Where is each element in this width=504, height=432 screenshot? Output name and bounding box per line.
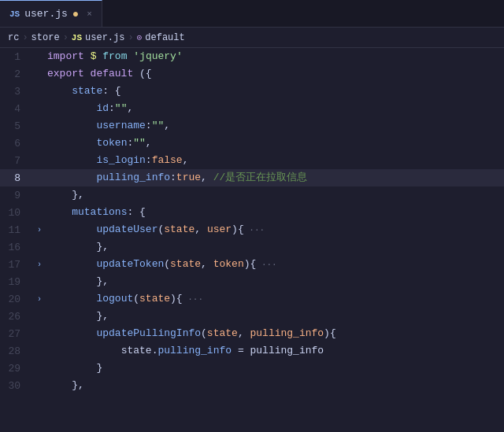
line-1: 1 import $ from 'jquery' — [0, 48, 504, 65]
line-number-20: 20 — [0, 294, 33, 305]
line-number-5: 5 — [0, 120, 33, 132]
line-number-11: 11 — [0, 224, 33, 236]
line-number-9: 9 — [0, 190, 33, 201]
line-9: 9 }, — [0, 186, 504, 204]
gutter-11[interactable]: › — [33, 226, 46, 234]
line-content-11: updateUser(state, user){ ··· — [46, 221, 504, 238]
breadcrumb: rc › store › JS user.js › ⊙ default — [0, 28, 504, 48]
line-content-9: }, — [46, 186, 504, 204]
line-number-29: 29 — [0, 363, 33, 375]
tab-close-button[interactable]: × — [87, 9, 92, 19]
gutter-17[interactable]: › — [33, 260, 46, 269]
line-number-26: 26 — [0, 311, 33, 323]
line-19: 19 }, — [0, 273, 504, 290]
line-content-30: }, — [46, 377, 504, 394]
line-content-5: username:"", — [46, 117, 504, 135]
line-number-2: 2 — [0, 68, 33, 80]
line-30: 30 }, — [0, 377, 504, 394]
breadcrumb-sep2: › — [63, 32, 69, 43]
line-number-10: 10 — [0, 207, 33, 219]
line-number-3: 3 — [0, 86, 33, 98]
line-number-6: 6 — [0, 138, 33, 150]
breadcrumb-sep3: › — [128, 32, 133, 43]
line-number-4: 4 — [0, 103, 33, 115]
breadcrumb-rc: rc — [8, 32, 19, 43]
js-file-icon: JS — [9, 9, 20, 19]
line-content-2: export default ({ — [46, 65, 504, 83]
line-content-19: }, — [46, 273, 504, 290]
line-7: 7 is_login:false, — [0, 152, 504, 169]
breadcrumb-js-icon: JS — [72, 33, 82, 42]
line-number-28: 28 — [0, 345, 33, 357]
line-26: 26 }, — [0, 308, 504, 325]
line-3: 3 state: { — [0, 83, 504, 100]
line-16: 16 }, — [0, 238, 504, 256]
line-content-27: updatePullingInfo(state, pulling_info){ — [46, 325, 504, 342]
breadcrumb-store: store — [32, 32, 60, 43]
line-2: 2 export default ({ — [0, 65, 504, 83]
line-content-20: logout(state){ ··· — [46, 290, 504, 308]
line-28: 28 state.pulling_info = pulling_info — [0, 342, 504, 360]
code-editor[interactable]: 1 import $ from 'jquery' 2 export defaul… — [0, 48, 504, 394]
tab-bar: JS user.js ● × — [0, 0, 504, 28]
line-content-10: mutations: { — [46, 204, 504, 221]
line-6: 6 token:"", — [0, 135, 504, 152]
line-17: 17 › updateToken(state, token){ ··· — [0, 256, 504, 273]
line-number-16: 16 — [0, 242, 33, 253]
line-27: 27 updatePullingInfo(state, pulling_info… — [0, 325, 504, 342]
line-content-3: state: { — [46, 83, 504, 100]
line-content-29: } — [46, 360, 504, 377]
line-29: 29 } — [0, 360, 504, 377]
line-content-26: }, — [46, 308, 504, 325]
line-number-27: 27 — [0, 328, 33, 340]
breadcrumb-func-icon: ⊙ — [137, 32, 143, 42]
line-number-7: 7 — [0, 155, 33, 167]
line-10: 10 mutations: { — [0, 204, 504, 221]
breadcrumb-symbol: default — [145, 32, 184, 43]
line-number-8: 8 — [0, 172, 33, 184]
breadcrumb-filename: user.js — [85, 32, 124, 43]
line-number-30: 30 — [0, 380, 33, 392]
line-content-7: is_login:false, — [46, 152, 504, 169]
line-number-17: 17 — [0, 259, 33, 271]
line-content-8: pulling_info:true, //是否正在拉取信息 — [46, 169, 504, 186]
line-content-1: import $ from 'jquery' — [46, 48, 504, 65]
line-20: 20 › logout(state){ ··· — [0, 290, 504, 308]
tab-modified-dot: ● — [72, 8, 79, 20]
line-4: 4 id:"", — [0, 100, 504, 117]
line-number-19: 19 — [0, 276, 33, 288]
line-content-28: state.pulling_info = pulling_info — [46, 342, 504, 360]
line-5: 5 username:"", — [0, 117, 504, 135]
line-11: 11 › updateUser(state, user){ ··· — [0, 221, 504, 238]
line-number-1: 1 — [0, 51, 33, 63]
gutter-20[interactable]: › — [33, 295, 46, 304]
line-content-17: updateToken(state, token){ ··· — [46, 256, 504, 273]
tab-filename: user.js — [24, 8, 68, 20]
line-content-16: }, — [46, 238, 504, 256]
line-content-6: token:"", — [46, 135, 504, 152]
tab-user-js[interactable]: JS user.js ● × — [0, 0, 102, 27]
breadcrumb-sep1: › — [22, 32, 28, 43]
line-8: 8 pulling_info:true, //是否正在拉取信息 — [0, 169, 504, 186]
line-content-4: id:"", — [46, 100, 504, 117]
